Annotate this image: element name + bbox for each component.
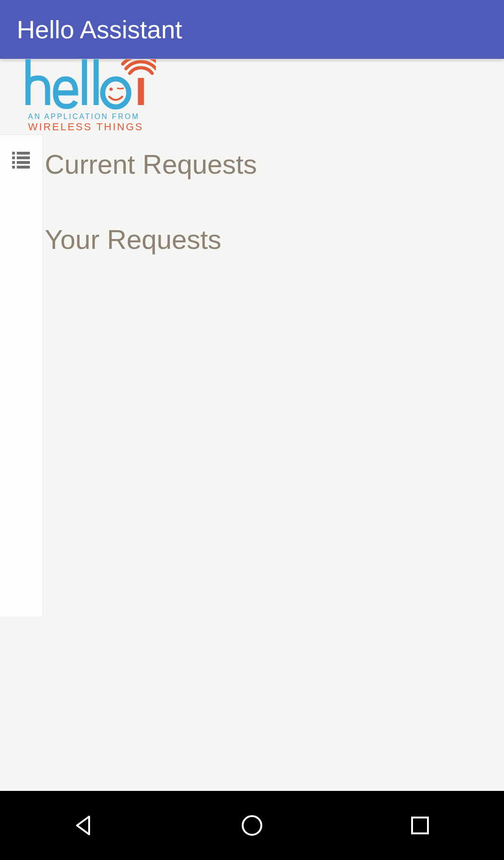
svg-rect-3 <box>412 818 428 833</box>
recent-icon[interactable] <box>408 814 432 837</box>
svg-point-2 <box>243 816 261 835</box>
navigation-bar <box>0 791 504 860</box>
app-bar: Hello Assistant <box>0 0 504 59</box>
current-requests-heading: Current Requests <box>43 148 504 180</box>
svg-point-1 <box>110 88 113 91</box>
logo-tagline-1: AN APPLICATION FROM <box>28 113 140 120</box>
logo-area: AN APPLICATION FROM WIRELESS THINGS <box>0 59 504 134</box>
main-content: Current Requests Your Requests <box>43 134 504 255</box>
svg-point-0 <box>103 79 129 107</box>
sidebar <box>0 134 43 616</box>
content-area: AN APPLICATION FROM WIRELESS THINGS Curr… <box>0 59 504 255</box>
list-icon[interactable] <box>12 152 31 169</box>
your-requests-heading: Your Requests <box>43 224 504 255</box>
hello-logo: AN APPLICATION FROM WIRELESS THINGS <box>25 59 156 134</box>
logo-tagline-2: WIRELESS THINGS <box>28 121 144 133</box>
back-icon[interactable] <box>72 814 96 837</box>
home-icon[interactable] <box>240 814 264 837</box>
app-title: Hello Assistant <box>17 15 182 44</box>
